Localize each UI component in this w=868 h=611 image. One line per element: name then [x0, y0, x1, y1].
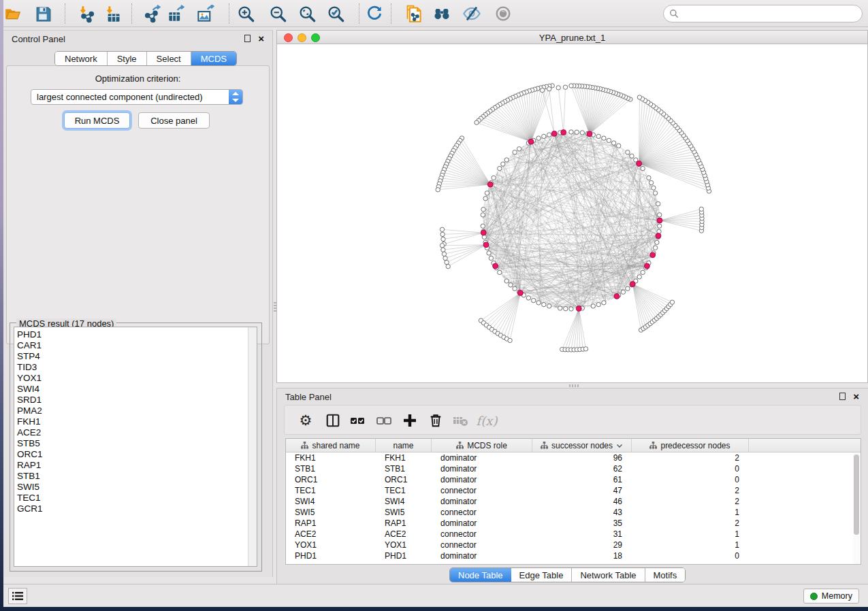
horizontal-splitter-grip[interactable]	[569, 384, 579, 387]
search-icon	[669, 9, 679, 18]
close-panel-icon[interactable]: ×	[258, 33, 264, 44]
column-header-name[interactable]: name	[376, 439, 432, 452]
export-image-icon[interactable]	[195, 4, 214, 23]
float-panel-icon[interactable]	[244, 35, 251, 42]
delete-table-icon[interactable]	[450, 411, 470, 430]
mcds-result-item[interactable]: ORC1	[14, 449, 257, 460]
table-cell: ORC1	[376, 474, 432, 485]
table-cell: dominator	[432, 550, 532, 561]
mcds-result-item[interactable]: TEC1	[14, 493, 257, 503]
show-columns-icon[interactable]	[323, 411, 343, 430]
table-row[interactable]: STB1STB1dominator620	[286, 463, 861, 474]
table-row[interactable]: TEC1TEC1connector472	[286, 485, 861, 496]
close-table-panel-icon[interactable]: ×	[853, 391, 859, 402]
mcds-result-groupbox: MCDS result (17 nodes) PHD1CAR1STP4TID3Y…	[10, 318, 262, 572]
zoom-selected-icon[interactable]	[326, 4, 345, 23]
table-scrollbar-thumb[interactable]	[854, 455, 859, 535]
optimization-criterion-select[interactable]: largest connected component (undirected)	[31, 89, 243, 105]
table-scrollbar[interactable]	[853, 453, 860, 564]
table-cell: ACE2	[376, 529, 432, 540]
mcds-result-item[interactable]: SRD1	[14, 395, 257, 406]
memory-button[interactable]: Memory	[803, 589, 859, 604]
import-table-icon[interactable]	[103, 4, 123, 23]
column-header-filler	[749, 439, 861, 452]
find-icon[interactable]	[432, 4, 451, 23]
new-network-from-selection-icon[interactable]	[404, 4, 423, 23]
table-row[interactable]: ORC1ORC1dominator610	[286, 474, 861, 485]
toolbar-separator	[359, 3, 359, 24]
network-window-titlebar[interactable]: YPA_prune.txt_1	[277, 31, 867, 44]
zoom-out-icon[interactable]	[268, 4, 287, 23]
mcds-result-item[interactable]: SWI5	[14, 482, 257, 493]
table-row[interactable]: FKH1FKH1dominator962	[286, 452, 861, 463]
tab-network-table[interactable]: Network Table	[572, 568, 645, 582]
close-panel-button[interactable]: Close panel	[138, 112, 210, 129]
tab-mcds[interactable]: MCDS	[191, 52, 236, 65]
control-panel-title: Control Panel	[12, 34, 65, 44]
table-cell: 1	[632, 529, 749, 540]
table-cell: TEC1	[376, 485, 432, 496]
hide-selected-icon[interactable]	[462, 4, 481, 23]
select-all-icon[interactable]	[347, 411, 368, 430]
node-table-header: shared namenameMCDS rolesuccessor nodesp…	[286, 439, 861, 452]
table-row[interactable]: RAP1RAP1dominator352	[286, 518, 861, 529]
task-history-button[interactable]	[8, 588, 27, 604]
column-header-MCDS-role[interactable]: MCDS role	[432, 439, 532, 452]
mcds-result-item[interactable]: PHD1	[14, 329, 257, 340]
update-view-icon[interactable]	[365, 4, 384, 23]
tab-style[interactable]: Style	[108, 52, 147, 65]
column-header-predecessor-nodes[interactable]: predecessor nodes	[632, 439, 749, 452]
export-network-icon[interactable]	[142, 4, 161, 23]
list-icon	[12, 591, 23, 601]
table-row[interactable]: SWI5SWI5connector431	[286, 507, 861, 518]
search-input[interactable]	[682, 9, 862, 19]
mcds-result-item[interactable]: CAR1	[14, 340, 257, 351]
show-all-icon[interactable]	[494, 4, 513, 23]
run-mcds-button[interactable]: Run MCDS	[64, 112, 130, 129]
mcds-result-item[interactable]: SWI4	[14, 384, 257, 395]
network-canvas[interactable]	[277, 44, 867, 382]
mcds-result-item[interactable]: STB5	[14, 438, 257, 449]
delete-columns-icon[interactable]	[425, 411, 446, 430]
column-header-successor-nodes[interactable]: successor nodes	[532, 439, 632, 452]
import-network-icon[interactable]	[77, 4, 96, 23]
mcds-result-list[interactable]: PHD1CAR1STP4TID3YOX1SWI4SRD1PMA2FKH1ACE2…	[14, 327, 257, 567]
function-builder-icon[interactable]: f(x)	[477, 411, 497, 430]
export-table-icon[interactable]	[166, 4, 185, 23]
float-table-panel-icon[interactable]	[839, 393, 846, 400]
tab-select[interactable]: Select	[147, 52, 191, 65]
table-cell: connector	[432, 529, 532, 540]
mcds-result-item[interactable]: FKH1	[14, 416, 257, 427]
search-box[interactable]	[663, 5, 863, 22]
save-session-icon[interactable]	[33, 4, 52, 23]
create-column-icon[interactable]	[400, 411, 420, 430]
table-row[interactable]: YOX1YOX1connector291	[286, 540, 861, 550]
zoom-fit-icon[interactable]	[298, 4, 317, 23]
mcds-result-item[interactable]: RAP1	[14, 460, 257, 471]
open-file-icon[interactable]	[3, 4, 22, 23]
column-header-shared-name[interactable]: shared name	[286, 439, 376, 452]
tab-node-table[interactable]: Node Table	[450, 568, 511, 582]
table-options-icon[interactable]: ⚙	[295, 411, 316, 430]
tab-motifs[interactable]: Motifs	[645, 568, 686, 582]
zoom-in-icon[interactable]	[236, 4, 255, 23]
application-window: Control Panel × Network Style Select MCD…	[3, 0, 868, 607]
table-row[interactable]: ACE2ACE2connector311	[286, 529, 861, 540]
tab-network[interactable]: Network	[55, 52, 108, 65]
table-cell: dominator	[432, 496, 532, 507]
table-cell: 62	[532, 463, 632, 474]
mcds-result-item[interactable]: GCR1	[14, 503, 257, 514]
mcds-result-item[interactable]: TID3	[14, 362, 257, 373]
table-row[interactable]: SWI4SWI4dominator462	[286, 496, 861, 507]
mcds-result-item[interactable]: STP4	[14, 351, 257, 362]
mcds-result-item[interactable]: STB1	[14, 471, 257, 482]
mcds-result-item[interactable]: ACE2	[14, 427, 257, 438]
table-cell: SWI5	[376, 507, 432, 518]
mcds-result-item[interactable]: YOX1	[14, 373, 257, 384]
tab-edge-table[interactable]: Edge Table	[511, 568, 573, 582]
deselect-all-icon[interactable]	[374, 411, 394, 430]
table-cell: FKH1	[286, 452, 376, 463]
mcds-list-scrollbar[interactable]	[248, 327, 257, 566]
mcds-result-item[interactable]: PMA2	[14, 406, 257, 416]
table-row[interactable]: PHD1PHD1dominator180	[286, 550, 861, 561]
